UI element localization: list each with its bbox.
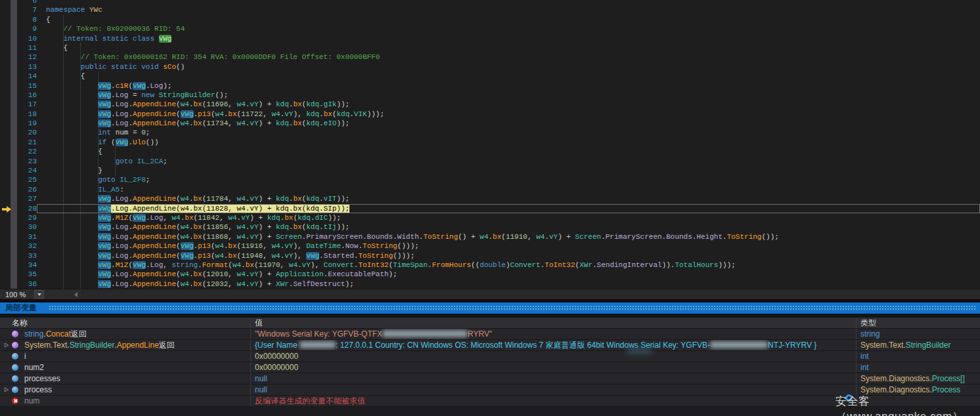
locals-value-cell[interactable]: "Windows Serial Key: YGFVB-QTFXRYRV" <box>251 329 857 339</box>
token-pl <box>46 233 98 241</box>
token-ty: w4 <box>271 252 280 260</box>
locals-row[interactable]: ▷System.Text.StringBuilder.AppendLine 返回… <box>0 340 980 351</box>
code-text: } <box>37 166 980 175</box>
token-nu: 11784 <box>206 195 228 203</box>
token-kw: internal static class <box>63 35 158 43</box>
token-ty: kdq <box>306 119 319 127</box>
token-me: bx <box>284 214 293 222</box>
locals-value-cell[interactable]: 反编译器生成的变量不能被求值 <box>251 396 857 406</box>
token-me: ToInt32 <box>545 261 575 269</box>
code-editor[interactable]: 67namespace YWc8{9 // Token: 0x02000036 … <box>0 0 980 289</box>
code-text: goto IL_2CA; <box>37 157 980 166</box>
token-ty: w4 <box>181 100 189 108</box>
code-line: 8{ <box>0 15 980 24</box>
zoom-dropdown-button[interactable] <box>34 290 44 299</box>
locals-value-cell[interactable]: null <box>251 385 857 395</box>
token-pl: )); <box>328 214 341 222</box>
line-number: 32 <box>0 241 37 251</box>
column-header-value[interactable]: 值 <box>251 318 857 328</box>
horizontal-scrollbar[interactable] <box>81 289 980 299</box>
expand-arrow-icon[interactable]: ▷ <box>0 385 11 395</box>
token-me: bx <box>194 233 202 241</box>
token-fl: Bounds <box>666 233 692 241</box>
token-ty: w4 <box>237 233 246 241</box>
watermark-text: 安全客（www.anquanke.com） <box>835 395 964 416</box>
column-header-type[interactable]: 类型 <box>857 318 980 328</box>
token-pl: ))); <box>367 110 384 118</box>
token-pl: ( <box>176 223 181 231</box>
token-ty: Process[] <box>932 374 965 383</box>
token-pl: . <box>319 119 324 127</box>
code-lines: 67namespace YWc8{9 // Token: 0x02000036 … <box>0 0 980 289</box>
code-text: // Token: 0x06000162 RID: 354 RVA: 0x000… <box>37 52 980 62</box>
token-me: M1Z <box>116 261 129 269</box>
token-pl: . <box>241 261 246 269</box>
token-pl: . <box>363 233 367 241</box>
line-number: 26 <box>0 185 37 194</box>
token-pl: . <box>198 261 202 269</box>
token-kw: string <box>860 329 880 339</box>
watermark: 安全客（www.anquanke.com） <box>835 394 980 416</box>
token-ty: w4 <box>271 110 280 118</box>
column-header-name[interactable]: 名称 <box>0 318 251 328</box>
token-ty: eIO <box>324 119 337 127</box>
locals-row[interactable]: i0x00000000int <box>0 351 980 362</box>
token-bx: vWg <box>98 100 111 108</box>
token-me: bx <box>228 242 236 250</box>
token-fl: Log <box>116 110 129 118</box>
locals-value-cell[interactable]: {User Name : 127.0.0.1 Country: CN Windo… <box>251 340 857 350</box>
line-number: 33 <box>0 251 37 260</box>
zoom-level[interactable]: 100 % <box>0 291 32 299</box>
token-me: ToInt32 <box>358 261 388 269</box>
token-nu: 12010 <box>206 270 228 278</box>
locals-row[interactable]: processesnullSystem.Diagnostics.Process[… <box>0 373 980 385</box>
code-line: 19 vWg.Log.AppendLine(w4.bx(11734, w4.vY… <box>0 119 980 128</box>
locals-row[interactable]: num反编译器生成的变量不能被求值 <box>0 396 980 407</box>
locals-value-cell[interactable]: 0x00000000 <box>251 362 857 373</box>
locals-title-bar[interactable]: 局部变量 <box>0 302 980 314</box>
token-fl: Bounds <box>367 233 393 241</box>
token-ty: Screen <box>276 233 302 241</box>
locals-type-cell: System.Text.StringBuilder <box>857 340 980 350</box>
locals-type-cell: System.Diagnostics.Process[] <box>857 373 980 384</box>
locals-value-cell[interactable]: 0x00000000 <box>251 351 857 362</box>
token-ty: w4 <box>215 252 224 260</box>
token-bgx: vWg <box>159 35 172 43</box>
locals-row[interactable]: ▷processnullSystem.Diagnostics.Process <box>0 385 980 396</box>
token-pl: ; <box>146 129 150 136</box>
token-pl: ); <box>389 270 397 278</box>
token-pl <box>46 205 98 213</box>
token-me: FromHours <box>432 261 471 269</box>
token-ty: w4 <box>215 110 224 118</box>
token-bx: vWg <box>98 91 111 99</box>
token-fl: Log <box>150 82 163 90</box>
token-bx: vWg <box>181 242 194 250</box>
locals-name-cell: ▷process <box>0 385 251 395</box>
locals-row[interactable]: num20x00000000int <box>0 362 980 373</box>
expand-arrow-icon[interactable]: ▷ <box>0 340 11 350</box>
token-me: ToString <box>358 252 393 260</box>
token-pl: . <box>189 223 194 231</box>
token-pl: , <box>228 270 236 278</box>
code-line: 29 vWg.M1Z(vWg.Log, w4.bx(11842, w4.vY) … <box>0 213 980 222</box>
token-ty: VIK <box>354 110 367 118</box>
token-kw: goto <box>116 157 133 165</box>
code-line: 11 { <box>0 43 980 52</box>
token-me: bx <box>228 110 236 118</box>
token-ty: w4 <box>181 270 189 278</box>
token-me: bx <box>228 252 236 260</box>
scroll-left-icon[interactable] <box>74 292 78 297</box>
locals-name-cell: num2 <box>0 362 251 373</box>
token-ty: vY <box>250 195 258 203</box>
token-pl: . <box>111 242 116 250</box>
token-ty: kdq <box>276 195 289 203</box>
token-pl: ), <box>293 110 306 118</box>
token-pl: ( <box>228 261 233 269</box>
method-icon <box>12 331 18 337</box>
token-fl: Width <box>397 233 419 241</box>
locals-row[interactable]: string.Concat 返回"Windows Serial Key: YGF… <box>0 329 980 340</box>
token-pl: ) + <box>259 119 276 127</box>
locals-value-cell[interactable]: null <box>251 373 857 384</box>
token-ty: kdq <box>276 223 289 231</box>
token-ty: TimeSpan <box>393 261 428 269</box>
